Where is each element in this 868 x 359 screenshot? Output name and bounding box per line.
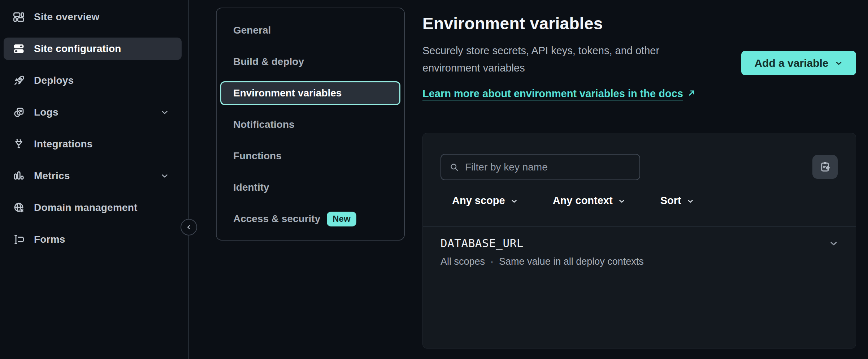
sort-dropdown[interactable]: Sort [660,195,694,207]
menu-item-label: Notifications [233,119,295,130]
form-input-icon [12,233,25,246]
main-header: Environment variables Securely store sec… [422,0,737,103]
globe-icon [12,201,25,214]
add-variable-button-label: Add a variable [754,57,828,69]
menu-item-label: General [233,25,271,36]
sidebar-item-label: Forms [34,234,65,245]
sidebar-item-label: Metrics [34,170,70,182]
env-variable-scopes: All scopes [440,256,485,267]
settings-item-environment-variables[interactable]: Environment variables [220,81,400,105]
import-env-variables-button[interactable] [812,155,838,179]
chevron-down-icon [160,108,169,117]
server-icon [12,42,25,55]
context-filter-label: Any context [553,195,613,207]
chevron-down-icon [686,197,694,205]
scope-filter-dropdown[interactable]: Any scope [452,195,518,207]
menu-item-label: Environment variables [233,87,342,99]
panel-divider [423,226,856,227]
env-variable-row[interactable]: DATABASE_URL All scopes · Same value in … [440,237,840,267]
sidebar-item-logs[interactable]: Logs [4,101,182,124]
sidebar-item-site-configuration[interactable]: Site configuration [4,38,182,60]
menu-item-label: Build & deploy [233,56,304,68]
clipboard-import-icon [819,161,831,173]
sidebar-item-domain-management[interactable]: Domain management [4,196,182,219]
chevron-down-icon [160,171,169,181]
sidebar-item-label: Deploys [34,75,74,86]
chevron-down-icon [618,197,626,205]
scope-filter-label: Any scope [452,195,505,207]
chevron-left-icon [185,223,193,232]
docs-link[interactable]: Learn more about environment variables i… [422,85,696,103]
external-link-icon [687,88,696,98]
filter-by-key-name-input[interactable] [465,161,632,173]
menu-item-label: Identity [233,182,269,193]
sidebar-item-label: Site configuration [34,43,121,55]
settings-item-notifications[interactable]: Notifications [220,113,400,137]
env-variable-contexts: Same value in all deploy contexts [499,256,644,267]
sidebar-item-label: Domain management [34,202,138,213]
filters-row: Any scope Any context Sort [452,191,694,210]
new-badge: New [327,212,356,226]
meta-separator: · [490,256,494,267]
sidebar-item-label: Site overview [34,11,100,23]
plug-icon [12,138,25,151]
settings-item-functions[interactable]: Functions [220,144,400,168]
sidebar-item-deploys[interactable]: Deploys [4,69,182,92]
logs-clock-icon [12,106,25,119]
sidebar: Site overview Site configuration [0,0,189,359]
context-filter-dropdown[interactable]: Any context [553,195,626,207]
sidebar-item-integrations[interactable]: Integrations [4,133,182,155]
sidebar-item-forms[interactable]: Forms [4,228,182,251]
add-variable-button[interactable]: Add a variable [741,51,856,75]
expand-variable-chevron-icon[interactable] [828,238,839,249]
env-variable-meta: All scopes · Same value in all deploy co… [440,256,840,267]
sidebar-item-site-overview[interactable]: Site overview [4,6,182,28]
settings-item-build-deploy[interactable]: Build & deploy [220,50,400,74]
settings-item-general[interactable]: General [220,18,400,42]
bar-chart-icon [12,169,25,182]
rocket-icon [12,74,25,87]
filter-input-wrapper [440,154,640,180]
menu-item-label: Functions [233,150,282,162]
page-subtitle: Securely store secrets, API keys, tokens… [422,42,708,77]
search-icon [449,162,459,172]
chevron-down-icon [834,59,843,68]
sidebar-item-label: Logs [34,107,58,118]
menu-item-label: Access & security [233,213,320,225]
settings-submenu: General Build & deploy Environment varia… [216,8,405,241]
sort-label: Sort [660,195,681,207]
sidebar-item-label: Integrations [34,138,93,150]
page-title: Environment variables [422,14,737,33]
environment-variables-panel: Any scope Any context Sort DATABASE_URL [422,133,856,349]
settings-item-identity[interactable]: Identity [220,176,400,199]
app-root: Site overview Site configuration [0,0,868,359]
env-variable-key: DATABASE_URL [440,237,840,250]
grid-icon [12,10,25,23]
collapse-sidebar-button[interactable] [181,219,197,235]
docs-link-label: Learn more about environment variables i… [422,88,683,99]
chevron-down-icon [510,197,518,205]
sidebar-item-metrics[interactable]: Metrics [4,165,182,187]
settings-item-access-security[interactable]: Access & security New [220,207,400,231]
